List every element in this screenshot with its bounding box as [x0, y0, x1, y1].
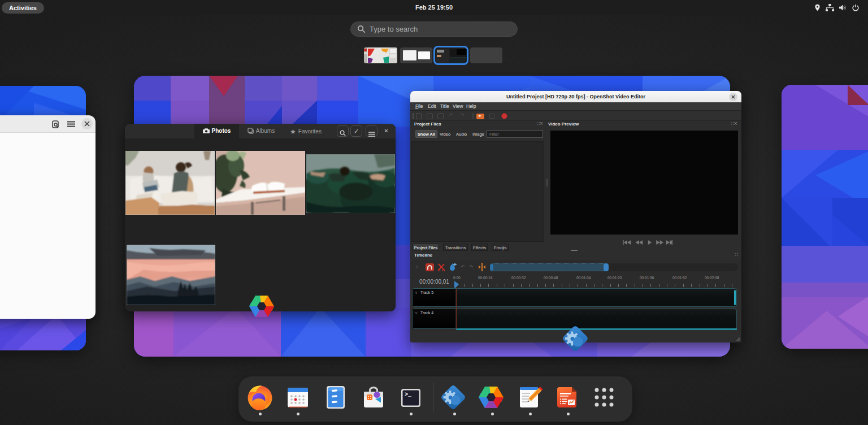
svg-text:>_: >_ [405, 392, 412, 398]
